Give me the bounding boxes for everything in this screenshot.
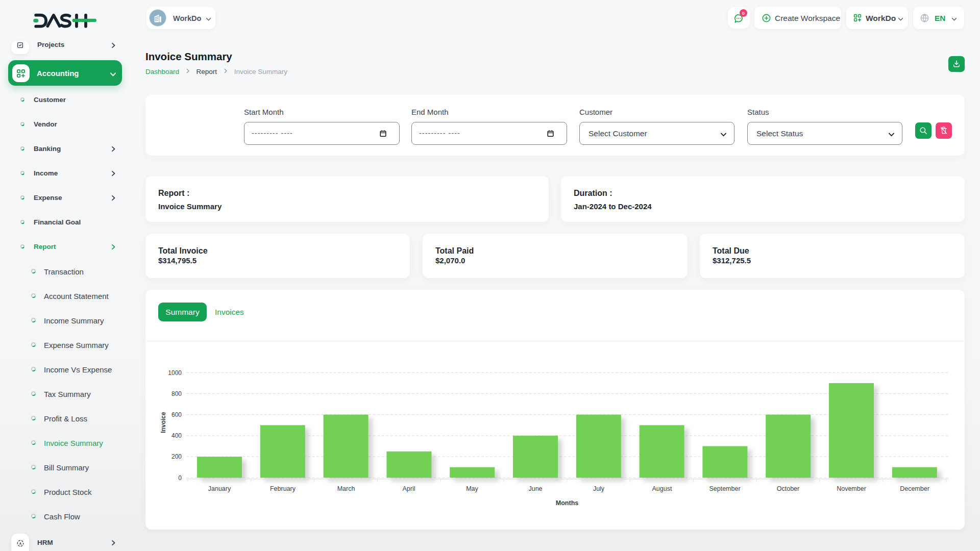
svg-text:0: 0	[178, 474, 182, 482]
svg-text:200: 200	[172, 453, 182, 460]
svg-text:February: February	[270, 485, 296, 492]
svg-text:May: May	[466, 485, 478, 492]
svg-text:800: 800	[172, 390, 182, 397]
svg-text:Months: Months	[556, 499, 578, 507]
svg-text:November: November	[837, 485, 866, 492]
svg-text:400: 400	[172, 432, 182, 439]
svg-text:January: January	[208, 485, 231, 492]
svg-text:December: December	[900, 485, 929, 492]
svg-text:August: August	[652, 485, 672, 492]
svg-text:September: September	[709, 485, 740, 492]
svg-text:April: April	[402, 485, 415, 492]
svg-text:March: March	[337, 485, 355, 492]
svg-text:October: October	[777, 485, 799, 492]
svg-text:Invoice: Invoice	[160, 412, 167, 433]
svg-text:600: 600	[172, 411, 182, 418]
svg-text:June: June	[528, 485, 542, 492]
svg-text:1000: 1000	[168, 369, 182, 377]
svg-text:July: July	[593, 485, 605, 492]
